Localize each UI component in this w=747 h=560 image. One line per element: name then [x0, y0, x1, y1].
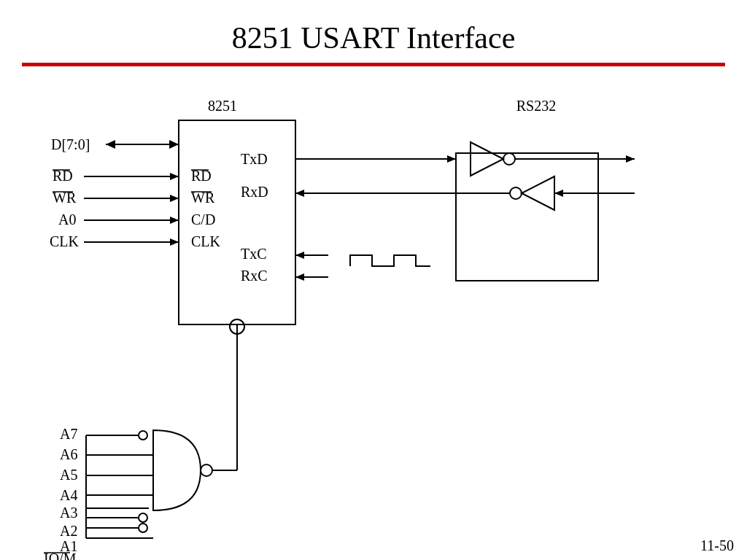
- a0-arrow: [170, 217, 179, 224]
- d-bus-right-arrow: [169, 140, 179, 149]
- rxc-label: RxC: [241, 268, 268, 284]
- chip-label: 8251: [208, 98, 237, 114]
- txd-output-arrow: [626, 155, 635, 163]
- decorative-line: [22, 63, 725, 66]
- a7-label: A7: [60, 426, 77, 442]
- page-number: 11-50: [700, 537, 734, 553]
- a2-label: A2: [60, 523, 77, 539]
- nand-gate-bubble: [201, 464, 212, 476]
- rxd-chip-arrow: [295, 190, 304, 197]
- txd-rs232-arrow: [447, 155, 456, 163]
- a2-circle: [139, 513, 147, 522]
- diagram-area: 8251 RS232 D[7:0] RD WR A0 CLK RD WR C/D…: [0, 95, 747, 560]
- clk-left-label: CLK: [50, 233, 80, 249]
- a0-left-label: A0: [58, 211, 76, 228]
- clk-arrow: [170, 238, 179, 246]
- a1-circle: [139, 524, 147, 532]
- a4-label: A4: [60, 487, 77, 503]
- clk-chip-label: CLK: [191, 233, 221, 249]
- rxd-buffer-circle: [510, 187, 522, 199]
- txc-label: TxC: [241, 246, 267, 262]
- txd-buffer-triangle: [471, 142, 503, 176]
- rxc-arrow: [295, 273, 304, 281]
- a3-label: A3: [60, 505, 77, 521]
- iom-label: IO/M: [44, 551, 77, 560]
- d-bus-label: D[7:0]: [51, 136, 90, 152]
- a7-circle: [139, 431, 147, 440]
- clock-waveform: [350, 255, 430, 266]
- rxd-label: RxD: [241, 184, 268, 200]
- rxd-input-arrow: [554, 190, 563, 197]
- rxd-buffer-triangle: [522, 176, 554, 210]
- d-bus-left-arrow: [106, 140, 115, 149]
- page-title: 8251 USART Interface: [0, 0, 747, 63]
- nand-gate-body: [153, 430, 201, 510]
- txc-arrow: [295, 252, 304, 259]
- rs232-label: RS232: [516, 98, 556, 114]
- rd-arrow: [170, 173, 179, 180]
- a5-label: A5: [60, 467, 77, 483]
- txd-buffer-circle: [503, 153, 515, 165]
- cd-chip-label: C/D: [191, 211, 215, 228]
- wr-arrow: [170, 195, 179, 202]
- a6-label: A6: [60, 446, 77, 462]
- txd-label: TxD: [241, 151, 268, 167]
